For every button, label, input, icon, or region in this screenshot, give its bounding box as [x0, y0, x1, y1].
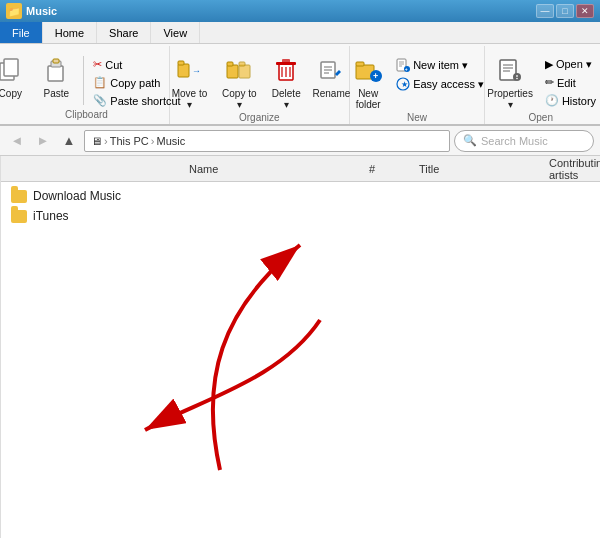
move-to-icon: → [173, 54, 205, 86]
download-music-name: Download Music [33, 189, 600, 203]
svg-rect-4 [53, 59, 59, 63]
cut-label: Cut [105, 59, 122, 71]
cut-icon: ✂ [93, 58, 102, 71]
copy-to-button[interactable]: Copy to ▾ [216, 52, 263, 112]
file-item-download-music[interactable]: Download Music [5, 186, 600, 206]
paste-icon [40, 54, 72, 86]
copy-to-label: Copy to ▾ [222, 88, 257, 110]
svg-rect-23 [356, 62, 364, 66]
app-icon: 📁 [6, 3, 22, 19]
clipboard-group: Copy Paste [4, 46, 170, 124]
copy-label: Copy [0, 88, 22, 99]
new-item-button[interactable]: + New item ▾ [392, 56, 488, 74]
edit-icon: ✏ [545, 76, 554, 89]
paste-button[interactable]: Paste [34, 52, 78, 101]
copy-path-label: Copy path [110, 77, 160, 89]
svg-rect-10 [239, 65, 250, 78]
delete-button[interactable]: Delete ▾ [265, 52, 308, 112]
copy-icon [0, 54, 26, 86]
new-small-group: + New item ▾ ★ Easy access ▾ [392, 52, 488, 93]
svg-rect-1 [4, 59, 18, 76]
svg-text:★: ★ [401, 80, 408, 89]
easy-access-icon: ★ [396, 77, 410, 91]
delete-label: Delete ▾ [271, 88, 302, 110]
new-buttons: + New folder + [346, 48, 488, 112]
open-button[interactable]: ▶ Open ▾ [541, 56, 600, 73]
move-to-button[interactable]: → Move to ▾ [165, 52, 213, 112]
rename-icon [315, 54, 347, 86]
col-header-title[interactable]: Title [411, 163, 541, 175]
edit-button[interactable]: ✏ Edit [541, 74, 600, 91]
address-path[interactable]: 🖥 › This PC › Music [84, 130, 450, 152]
ribbon: Copy Paste [0, 44, 600, 126]
svg-rect-6 [178, 61, 184, 65]
open-buttons: Properties ▾ ▶ Open ▾ ✏ Edit 🕐 History [481, 48, 600, 112]
minimize-button[interactable]: — [536, 4, 554, 18]
new-folder-button[interactable]: + New folder [346, 52, 390, 112]
tab-home[interactable]: Home [43, 22, 97, 43]
title-bar: 📁 Music — □ ✕ [0, 0, 600, 22]
svg-rect-2 [48, 66, 63, 81]
download-music-folder-icon [11, 190, 27, 203]
svg-rect-14 [282, 59, 290, 63]
open-label: Open ▾ [556, 58, 592, 71]
tab-view[interactable]: View [151, 22, 200, 43]
clipboard-buttons: Copy Paste [0, 48, 185, 109]
easy-access-button[interactable]: ★ Easy access ▾ [392, 75, 488, 93]
svg-rect-9 [227, 62, 233, 66]
file-list: Download Music iTunes [1, 182, 600, 538]
svg-rect-5 [178, 64, 189, 77]
history-icon: 🕐 [545, 94, 559, 107]
col-header-num[interactable]: # [361, 163, 411, 175]
paste-label: Paste [44, 88, 70, 99]
col-header-name[interactable]: Name [181, 163, 361, 175]
svg-point-40 [516, 78, 518, 80]
search-box[interactable]: 🔍 Search Music [454, 130, 594, 152]
search-placeholder: Search Music [481, 135, 548, 147]
history-label: History [562, 95, 596, 107]
itunes-folder-icon [11, 210, 27, 223]
maximize-button[interactable]: □ [556, 4, 574, 18]
svg-rect-11 [239, 62, 245, 66]
separator [83, 56, 84, 105]
organize-group: → Move to ▾ Copy to ▾ [170, 46, 350, 124]
svg-text:→: → [192, 66, 201, 76]
edit-label: Edit [557, 77, 576, 89]
open-label: Open [528, 112, 552, 125]
delete-icon [270, 54, 302, 86]
col-header-contrib[interactable]: Contributing artists [541, 157, 600, 181]
svg-rect-8 [227, 65, 238, 78]
rename-label: Rename [312, 88, 350, 99]
new-folder-icon: + [352, 54, 384, 86]
search-icon: 🔍 [463, 134, 477, 147]
properties-button[interactable]: Properties ▾ [481, 52, 539, 112]
copy-path-icon: 📋 [93, 76, 107, 89]
path-thispc: This PC [110, 135, 149, 147]
easy-access-label: Easy access ▾ [413, 78, 484, 91]
organize-label: Organize [239, 112, 280, 125]
new-item-icon: + [396, 58, 410, 72]
open-group: Properties ▾ ▶ Open ▾ ✏ Edit 🕐 History [485, 46, 596, 124]
tab-file[interactable]: File [0, 22, 43, 43]
new-group: + New folder + [350, 46, 486, 124]
history-button[interactable]: 🕐 History [541, 92, 600, 109]
back-button[interactable]: ◄ [6, 130, 28, 152]
svg-text:+: + [373, 71, 378, 81]
ribbon-tabs: File Home Share View [0, 22, 600, 44]
properties-icon [494, 54, 526, 86]
paste-shortcut-icon: 📎 [93, 94, 107, 107]
tab-share[interactable]: Share [97, 22, 151, 43]
forward-button[interactable]: ► [32, 130, 54, 152]
file-area: Name # Title Contributing artists Downlo… [1, 156, 600, 538]
open-icon: ▶ [545, 58, 553, 71]
copy-to-icon [223, 54, 255, 86]
copy-button[interactable]: Copy [0, 52, 32, 101]
up-button[interactable]: ▲ [58, 130, 80, 152]
column-headers: Name # Title Contributing artists [1, 156, 600, 182]
address-bar: ◄ ► ▲ 🖥 › This PC › Music 🔍 Search Music [0, 126, 600, 156]
close-button[interactable]: ✕ [576, 4, 594, 18]
body-area: ▼ ★ Favorites Desktop Downloads Dropbox [0, 156, 600, 538]
new-label: New [407, 112, 427, 125]
address-icon: 🖥 [91, 135, 102, 147]
file-item-itunes[interactable]: iTunes [5, 206, 600, 226]
